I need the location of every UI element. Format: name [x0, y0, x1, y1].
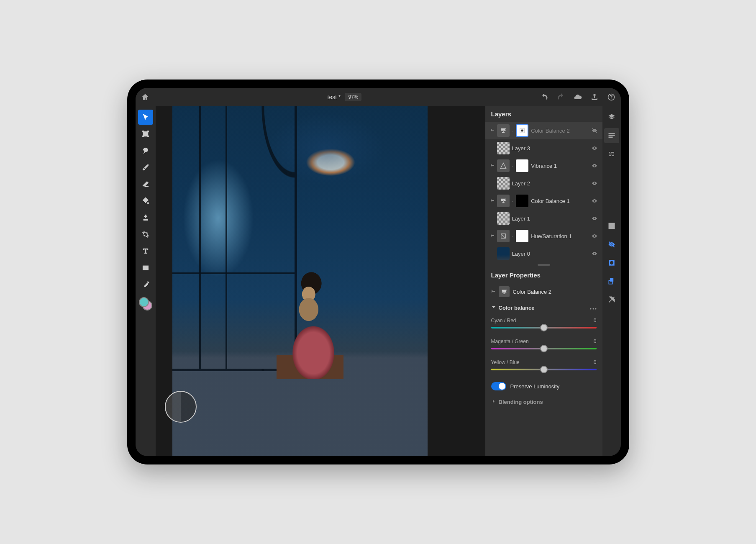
layer-row[interactable]: ·Color Balance 1: [485, 192, 602, 210]
visibility-action-icon[interactable]: [604, 237, 619, 252]
eraser-tool[interactable]: [138, 177, 153, 192]
color-slider: Magenta / Green 0: [485, 336, 602, 357]
top-bar: test * 97%: [136, 88, 621, 106]
home-button[interactable]: [141, 92, 150, 102]
layer-thumbnail[interactable]: [497, 142, 510, 154]
slider-label: Cyan / Red: [491, 318, 516, 323]
layer-mask-thumbnail[interactable]: [516, 230, 528, 242]
layer-name-label[interactable]: Layer 0: [512, 251, 588, 257]
panel-resize-handle[interactable]: [485, 262, 602, 267]
layers-panel-title: Layers: [485, 106, 602, 122]
layer-row[interactable]: ·Hue/Saturation 1: [485, 227, 602, 245]
layer-thumbnail[interactable]: [497, 159, 510, 172]
slider-thumb[interactable]: [540, 366, 548, 373]
canvas-artwork[interactable]: [172, 106, 428, 456]
type-tool[interactable]: [138, 244, 153, 259]
lasso-tool[interactable]: [138, 143, 153, 158]
layer-row[interactable]: ·Vibrance 1: [485, 157, 602, 174]
slider-label: Magenta / Green: [491, 339, 529, 344]
move-tool[interactable]: [138, 110, 153, 125]
layer-properties-tab-icon[interactable]: [604, 128, 619, 143]
mask-link-icon[interactable]: ·: [512, 163, 514, 169]
svg-point-6: [590, 308, 591, 310]
mask-link-icon[interactable]: ·: [512, 198, 514, 204]
color-swatches[interactable]: [139, 297, 152, 310]
layer-row[interactable]: Layer 0: [485, 245, 602, 262]
preserve-luminosity-toggle[interactable]: [491, 382, 506, 390]
layer-name-label[interactable]: Color Balance 1: [531, 198, 588, 204]
foreground-color[interactable]: [139, 297, 149, 307]
cloud-button[interactable]: [573, 92, 582, 102]
color-balance-section-header[interactable]: Color balance: [485, 300, 602, 315]
visibility-toggle-icon[interactable]: [591, 232, 598, 240]
clip-indicator-icon: [489, 251, 495, 256]
layers-tab-icon[interactable]: [604, 110, 619, 125]
canvas-area[interactable]: [156, 106, 485, 456]
slider-track[interactable]: [491, 348, 597, 349]
transform-tool[interactable]: [138, 126, 153, 141]
mask-link-icon[interactable]: ·: [512, 233, 514, 239]
layer-row[interactable]: Layer 2: [485, 174, 602, 192]
layer-name-label[interactable]: Hue/Saturation 1: [531, 233, 588, 239]
layer-mask-thumbnail[interactable]: [516, 159, 528, 172]
clone-tool[interactable]: [138, 210, 153, 225]
visibility-toggle-icon[interactable]: [591, 180, 598, 187]
help-button[interactable]: [607, 92, 616, 102]
layer-name-label[interactable]: Layer 3: [512, 145, 588, 151]
clip-indicator-icon: [489, 234, 495, 239]
right-rail: [602, 106, 621, 456]
adjustments-tab-icon[interactable]: [604, 146, 619, 162]
layer-properties-title: Layer Properties: [485, 267, 602, 283]
layer-row[interactable]: Layer 3: [485, 139, 602, 157]
layer-row[interactable]: Layer 1: [485, 210, 602, 227]
color-balance-sliders: Cyan / Red 0 Magenta / Green 0 Yellow / …: [485, 315, 602, 378]
clip-action-icon[interactable]: [604, 274, 619, 289]
mask-link-icon[interactable]: ·: [512, 128, 514, 134]
brush-tool[interactable]: [138, 160, 153, 175]
visibility-toggle-icon[interactable]: [591, 162, 598, 169]
layer-thumbnail[interactable]: [497, 177, 510, 190]
section-more-button[interactable]: [590, 305, 597, 311]
mask-action-icon[interactable]: [604, 255, 619, 270]
layer-mask-thumbnail[interactable]: [516, 195, 528, 207]
layer-mask-thumbnail[interactable]: [516, 124, 528, 137]
delete-layer-button[interactable]: [604, 292, 619, 307]
undo-button[interactable]: [540, 92, 549, 102]
layer-row[interactable]: ·Color Balance 2: [485, 122, 602, 139]
svg-point-8: [595, 308, 596, 310]
slider-value: 0: [594, 318, 597, 323]
blending-options-section-header[interactable]: Blending options: [485, 395, 602, 409]
zoom-level[interactable]: 97%: [345, 93, 361, 101]
slider-track[interactable]: [491, 327, 597, 328]
slider-thumb[interactable]: [540, 324, 548, 331]
clip-indicator-icon: [489, 216, 495, 221]
fill-tool[interactable]: [138, 193, 153, 208]
touch-shortcut[interactable]: [165, 391, 197, 423]
layer-thumbnail[interactable]: [497, 230, 510, 242]
redo-button[interactable]: [556, 92, 566, 102]
layer-name-label[interactable]: Vibrance 1: [531, 163, 588, 169]
layer-name-label[interactable]: Color Balance 2: [531, 128, 588, 134]
visibility-toggle-icon[interactable]: [591, 197, 598, 205]
layer-thumbnail[interactable]: [497, 124, 510, 137]
share-button[interactable]: [590, 92, 599, 102]
layer-thumbnail[interactable]: [497, 212, 510, 225]
slider-thumb[interactable]: [540, 345, 548, 352]
eyedropper-tool[interactable]: [138, 277, 153, 292]
tool-bar: [136, 106, 156, 456]
layer-properties-name: Color Balance 2: [513, 289, 552, 295]
visibility-toggle-icon[interactable]: [591, 144, 598, 152]
place-image-tool[interactable]: [138, 260, 153, 275]
add-layer-button[interactable]: [604, 218, 619, 234]
layer-thumbnail[interactable]: [497, 247, 510, 260]
visibility-toggle-icon[interactable]: [591, 127, 598, 134]
chevron-right-icon: [491, 399, 496, 405]
layer-thumbnail[interactable]: [497, 195, 510, 207]
crop-tool[interactable]: [138, 227, 153, 242]
layer-name-label[interactable]: Layer 1: [512, 216, 588, 222]
visibility-toggle-icon[interactable]: [591, 215, 598, 222]
visibility-toggle-icon[interactable]: [591, 250, 598, 257]
slider-track[interactable]: [491, 369, 597, 370]
slider-value: 0: [594, 339, 597, 344]
layer-name-label[interactable]: Layer 2: [512, 180, 588, 187]
